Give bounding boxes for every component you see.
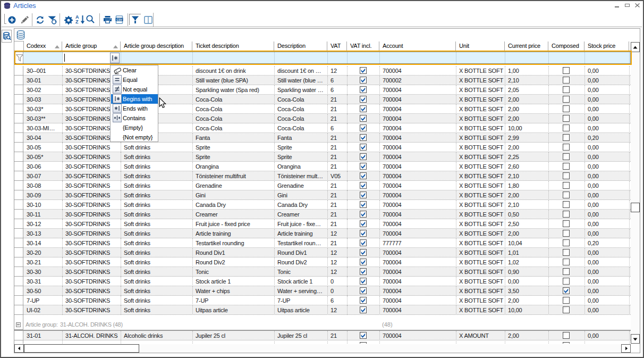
svg-text:CSV: CSV xyxy=(116,18,122,21)
